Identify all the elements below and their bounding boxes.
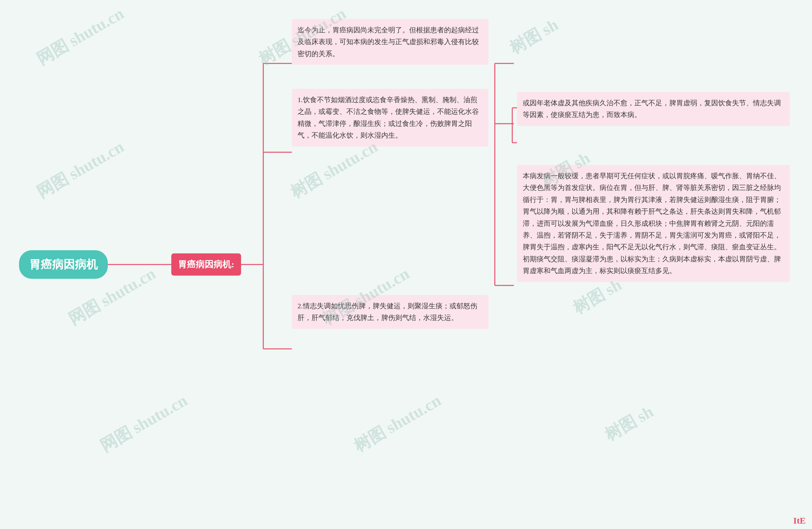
box3-text: 或因年老体虚及其他疾病久治不愈，正气不足，脾胃虚弱，复因饮食失节、情志失调等因素…	[523, 99, 781, 119]
content-box-2: 1.饮食不节如烟酒过度或恣食辛香燥热、熏制、腌制、油煎之晶，或霉变、不洁之食物等…	[292, 89, 489, 147]
box4-text: 2.情志失调如忧思伤脾，脾失健运，则聚湿生痰；或郁怒伤肝，肝气郁结，克伐脾土，脾…	[298, 302, 477, 322]
content-box-5: 本病发病一般较缓，患者早期可无任何症状，或以胃脘疼痛、嗳气作胀、胃纳不佳、大便色…	[517, 165, 790, 282]
second-node: 胃癌病因病机:	[171, 253, 241, 276]
watermark-3: 树图 sh	[506, 14, 562, 59]
watermark-4: 网图 shutu.cn	[33, 136, 128, 204]
content-box-3: 或因年老体虚及其他疾病久治不愈，正气不足，脾胃虚弱，复因饮食失节、情志失调等因素…	[517, 92, 790, 126]
content-box-4: 2.情志失调如忧思伤脾，脾失健运，则聚湿生痰；或郁怒伤肝，肝气郁结，克伐脾土，脾…	[292, 295, 489, 329]
content-box-1: 迄今为止，胃癌病因尚未完全明了。但根据患者的起病经过及临床表现，可知本病的发生与…	[292, 19, 489, 65]
bottom-label: ItE	[793, 516, 806, 526]
box5-text: 本病发病一般较缓，患者早期可无任何症状，或以胃脘疼痛、嗳气作胀、胃纳不佳、大便色…	[523, 172, 781, 275]
second-node-label: 胃癌病因病机:	[178, 259, 234, 270]
watermark-1: 网图 shutu.cn	[33, 2, 128, 70]
box1-text: 迄今为止，胃癌病因尚未完全明了。但根据患者的起病经过及临床表现，可知本病的发生与…	[298, 26, 479, 58]
watermark-11: 树图 shutu.cn	[350, 390, 445, 457]
box2-text: 1.饮食不节如烟酒过度或恣食辛香燥热、熏制、腌制、油煎之晶，或霉变、不洁之食物等…	[298, 96, 479, 139]
watermark-12: 树图 sh	[601, 400, 657, 446]
center-node-label: 胃癌病因病机	[29, 257, 98, 273]
center-node: 胃癌病因病机	[19, 250, 108, 279]
watermark-10: 网图 shutu.cn	[96, 390, 191, 457]
